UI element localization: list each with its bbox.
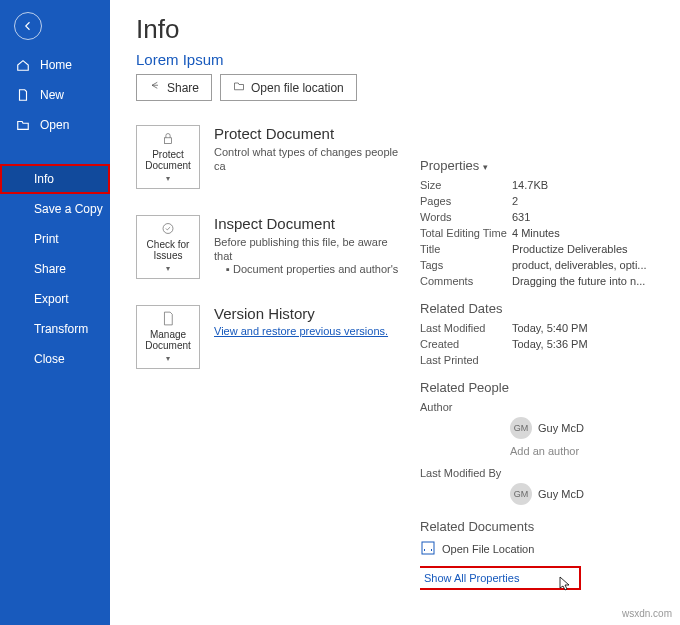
properties-pane: Properties ▾ Size14.7KBPages2Words631Tot… [420, 0, 680, 625]
chevron-down-icon: ▾ [166, 353, 170, 364]
property-value: Dragging the future into n... [512, 275, 664, 287]
property-row[interactable]: Size14.7KB [420, 179, 664, 191]
property-row[interactable]: Tagsproduct, deliverables, opti... [420, 259, 664, 271]
tile-heading: Protect Document [214, 125, 404, 142]
tile-box-label: Manage Document [139, 329, 197, 351]
button-label: Share [167, 81, 199, 95]
related-people-heading: Related People [420, 380, 664, 395]
date-row: Last Printed [420, 354, 664, 366]
nav-open[interactable]: Open [0, 110, 110, 140]
share-icon [149, 80, 161, 95]
chevron-down-icon: ▾ [166, 173, 170, 184]
tile-bullet: ▪ Document properties and author's [226, 263, 404, 275]
svg-rect-0 [164, 138, 171, 144]
home-icon [16, 58, 30, 72]
property-value: 14.7KB [512, 179, 664, 191]
protect-document-button[interactable]: Protect Document ▾ [136, 125, 200, 189]
author-label: Author [420, 401, 512, 413]
open-file-location-button[interactable]: Open file location [220, 74, 357, 101]
svg-point-1 [163, 224, 173, 234]
show-all-properties-link[interactable]: Show All Properties [420, 568, 579, 588]
open-icon [16, 118, 30, 132]
property-row[interactable]: Total Editing Time4 Minutes [420, 227, 664, 239]
property-row[interactable]: Words631 [420, 211, 664, 223]
property-value: 2 [512, 195, 664, 207]
person-name: Guy McD [538, 422, 584, 434]
folder-icon [233, 80, 245, 95]
modified-by-person[interactable]: GM Guy McD [510, 483, 664, 505]
cursor-icon [559, 576, 573, 594]
tile-subtext: Before publishing this file, be aware th… [214, 235, 404, 263]
button-label: Open file location [251, 81, 344, 95]
nav-label: Open [40, 118, 69, 132]
nav-close[interactable]: Close [0, 344, 110, 374]
date-key: Created [420, 338, 512, 350]
back-button[interactable] [14, 12, 42, 40]
property-key: Total Editing Time [420, 227, 512, 239]
open-file-location-link[interactable]: Open File Location [420, 540, 664, 558]
avatar: GM [510, 417, 532, 439]
link-label: Open File Location [442, 543, 534, 555]
property-row[interactable]: TitleProductize Deliverables [420, 243, 664, 255]
nav-label: New [40, 88, 64, 102]
date-row: CreatedToday, 5:36 PM [420, 338, 664, 350]
html-file-icon [420, 540, 436, 558]
property-key: Words [420, 211, 512, 223]
nav-label: Save a Copy [34, 202, 103, 216]
nav-transform[interactable]: Transform [0, 314, 110, 344]
nav-save-copy[interactable]: Save a Copy [0, 194, 110, 224]
date-key: Last Printed [420, 354, 512, 366]
version-history-link[interactable]: View and restore previous versions. [214, 325, 404, 337]
watermark: wsxdn.com [622, 608, 672, 619]
tile-subtext: Control what types of changes people ca [214, 145, 404, 173]
property-value: 631 [512, 211, 664, 223]
author-person[interactable]: GM Guy McD [510, 417, 664, 439]
nav-label: Home [40, 58, 72, 72]
property-value: 4 Minutes [512, 227, 664, 239]
property-key: Comments [420, 275, 512, 287]
nav-label: Export [34, 292, 69, 306]
date-value: Today, 5:40 PM [512, 322, 664, 334]
nav-home[interactable]: Home [0, 50, 110, 80]
share-button[interactable]: Share [136, 74, 212, 101]
add-author-link[interactable]: Add an author [510, 445, 664, 457]
page-title: Info [136, 14, 404, 45]
last-modified-by-label: Last Modified By [420, 467, 512, 479]
check-for-issues-button[interactable]: Check for Issues ▾ [136, 215, 200, 279]
tile-box-label: Protect Document [139, 149, 197, 171]
property-row[interactable]: CommentsDragging the future into n... [420, 275, 664, 287]
property-value: Productize Deliverables [512, 243, 664, 255]
property-key: Title [420, 243, 512, 255]
person-name: Guy McD [538, 488, 584, 500]
tile-heading: Version History [214, 305, 404, 322]
backstage-sidebar: Home New Open Info Save a Copy Print Sha… [0, 0, 110, 625]
nav-info[interactable]: Info [0, 164, 110, 194]
date-value [512, 354, 664, 366]
properties-dropdown[interactable]: Properties ▾ [420, 158, 664, 173]
manage-document-button[interactable]: Manage Document ▾ [136, 305, 200, 369]
property-key: Pages [420, 195, 512, 207]
related-documents-heading: Related Documents [420, 519, 664, 534]
nav-print[interactable]: Print [0, 224, 110, 254]
info-center-pane: Info Lorem Ipsum Share Open file locatio… [110, 0, 420, 625]
nav-export[interactable]: Export [0, 284, 110, 314]
date-key: Last Modified [420, 322, 512, 334]
nav-label: Print [34, 232, 59, 246]
nav-label: Info [34, 172, 54, 186]
property-key: Size [420, 179, 512, 191]
nav-label: Transform [34, 322, 88, 336]
avatar: GM [510, 483, 532, 505]
document-title: Lorem Ipsum [136, 51, 404, 68]
date-row: Last ModifiedToday, 5:40 PM [420, 322, 664, 334]
tile-heading: Inspect Document [214, 215, 404, 232]
nav-share[interactable]: Share [0, 254, 110, 284]
property-key: Tags [420, 259, 512, 271]
nav-label: Share [34, 262, 66, 276]
svg-rect-2 [422, 542, 434, 554]
tile-box-label: Check for Issues [139, 239, 197, 261]
property-row[interactable]: Pages2 [420, 195, 664, 207]
new-icon [16, 88, 30, 102]
nav-label: Close [34, 352, 65, 366]
nav-new[interactable]: New [0, 80, 110, 110]
related-dates-heading: Related Dates [420, 301, 664, 316]
